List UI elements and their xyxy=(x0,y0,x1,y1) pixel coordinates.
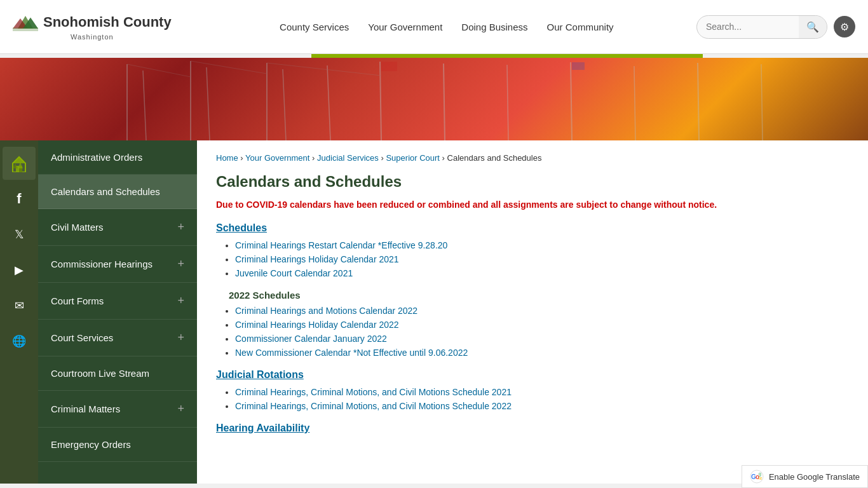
youtube-icon: ▶ xyxy=(15,263,24,277)
logo-sub: Washington xyxy=(71,33,114,41)
svg-line-7 xyxy=(207,67,210,140)
schedule-2022-link-3[interactable]: Commissioner Calendar January 2022 xyxy=(235,334,387,344)
sidebar-item-civil-matters[interactable]: Civil Matters + xyxy=(38,209,197,246)
list-item: Criminal Hearings, Criminal Motions, and… xyxy=(235,387,849,397)
list-item: Criminal Hearings Restart Calendar *Effe… xyxy=(235,240,849,250)
sidebar-item-criminal-matters[interactable]: Criminal Matters + xyxy=(38,391,197,428)
nav-county-services[interactable]: County Services xyxy=(280,22,349,32)
logo-area: Snohomish County Washington xyxy=(13,13,172,41)
schedules-2022-list: Criminal Hearings and Motions Calendar 2… xyxy=(216,306,849,358)
svg-line-10 xyxy=(327,65,330,140)
hero-banner xyxy=(0,58,868,140)
schedule-2022-link-1[interactable]: Criminal Hearings and Motions Calendar 2… xyxy=(235,306,417,316)
svg-marker-24 xyxy=(13,157,25,163)
hearing-availability-heading[interactable]: Hearing Availability xyxy=(216,423,849,434)
rotation-link-2[interactable]: Criminal Hearings, Criminal Motions, and… xyxy=(235,401,512,411)
globe-icon: 🌐 xyxy=(12,334,26,348)
svg-rect-3 xyxy=(13,27,38,31)
list-item: Criminal Hearings, Criminal Motions, and… xyxy=(235,401,849,411)
left-nav: Administrative Orders Calendars and Sche… xyxy=(38,140,197,484)
email-button[interactable]: ✉ xyxy=(3,289,36,322)
sidebar-item-calendars-schedules[interactable]: Calendars and Schedules xyxy=(38,175,197,209)
content-area: Home › Your Government › Judicial Servic… xyxy=(197,140,868,484)
search-input[interactable] xyxy=(697,17,799,37)
svg-line-11 xyxy=(380,62,381,140)
list-item: Criminal Hearings Holiday Calendar 2022 xyxy=(235,320,849,330)
nav-your-government[interactable]: Your Government xyxy=(368,22,442,32)
criminal-matters-expand-icon: + xyxy=(177,402,184,416)
list-item: New Commissioner Calendar *Not Effective… xyxy=(235,348,849,358)
judicial-rotations-heading[interactable]: Judicial Rotations xyxy=(216,369,849,381)
schedule-link-1[interactable]: Criminal Hearings Restart Calendar *Effe… xyxy=(235,240,447,250)
logo-name: Snohomish County xyxy=(43,14,172,30)
court-forms-expand-icon: + xyxy=(177,294,184,308)
schedules-list: Criminal Hearings Restart Calendar *Effe… xyxy=(216,240,849,278)
svg-line-15 xyxy=(634,66,635,140)
breadcrumb-home[interactable]: Home xyxy=(216,153,238,163)
sidebar-item-emergency-orders[interactable]: Emergency Orders xyxy=(38,428,197,462)
svg-line-20 xyxy=(127,64,191,77)
breadcrumb-superior-court[interactable]: Superior Court xyxy=(386,153,440,163)
svg-line-14 xyxy=(571,62,572,140)
page-title: Calendars and Schedules xyxy=(216,173,849,191)
gear-icon: ⚙ xyxy=(840,21,849,33)
sidebar-item-administrative-orders[interactable]: Administrative Orders xyxy=(38,140,197,175)
globe-button[interactable]: 🌐 xyxy=(3,325,36,358)
google-translate-bar[interactable]: G o g le Enable Google Translate xyxy=(742,465,868,484)
sidebar-item-courtroom-live-stream[interactable]: Courtroom Live Stream xyxy=(38,356,197,391)
nav-underline xyxy=(311,54,703,58)
header: Snohomish County Washington County Servi… xyxy=(0,0,868,54)
svg-line-22 xyxy=(267,63,381,76)
svg-line-16 xyxy=(698,63,699,140)
google-translate-icon: G o g le xyxy=(750,470,764,484)
facebook-icon: f xyxy=(17,191,21,207)
commissioner-hearings-expand-icon: + xyxy=(177,257,184,271)
svg-line-13 xyxy=(507,65,508,140)
breadcrumb-your-government[interactable]: Your Government xyxy=(245,153,309,163)
google-translate-label: Enable Google Translate xyxy=(769,472,860,482)
breadcrumb: Home › Your Government › Judicial Servic… xyxy=(216,153,849,163)
hero-decoration xyxy=(0,58,868,140)
facebook-button[interactable]: f xyxy=(3,182,36,215)
main-nav: County Services Your Government Doing Bu… xyxy=(197,22,696,32)
breadcrumb-judicial-services[interactable]: Judicial Services xyxy=(317,153,379,163)
svg-line-9 xyxy=(283,69,286,140)
social-home-button[interactable] xyxy=(3,147,36,180)
list-item: Criminal Hearings and Motions Calendar 2… xyxy=(235,306,849,316)
search-area: 🔍 ⚙ xyxy=(696,15,855,39)
schedule-2022-link-2[interactable]: Criminal Hearings Holiday Calendar 2022 xyxy=(235,320,399,330)
youtube-button[interactable]: ▶ xyxy=(3,254,36,287)
svg-line-17 xyxy=(761,64,763,140)
schedule-link-2[interactable]: Criminal Hearings Holiday Calendar 2021 xyxy=(235,254,399,264)
nav-doing-business[interactable]: Doing Business xyxy=(461,22,527,32)
twitter-button[interactable]: 𝕏 xyxy=(3,218,36,251)
sidebar-item-court-forms[interactable]: Court Forms + xyxy=(38,283,197,320)
schedule-2022-link-4[interactable]: New Commissioner Calendar *Not Effective… xyxy=(235,348,468,358)
svg-rect-19 xyxy=(572,62,585,70)
covid-notice: Due to COVID-19 calendars have been redu… xyxy=(216,200,849,210)
schedules-heading[interactable]: Schedules xyxy=(216,222,849,234)
logo: Snohomish County xyxy=(13,13,172,32)
rotation-link-1[interactable]: Criminal Hearings, Criminal Motions, and… xyxy=(235,387,512,397)
email-icon: ✉ xyxy=(15,299,24,313)
sidebar-item-court-services[interactable]: Court Services + xyxy=(38,320,197,356)
judicial-rotations-list: Criminal Hearings, Criminal Motions, and… xyxy=(216,387,849,411)
schedules-2022-heading: 2022 Schedules xyxy=(229,290,849,301)
list-item: Juvenile Court Calendar 2021 xyxy=(235,268,849,278)
list-item: Criminal Hearings Holiday Calendar 2021 xyxy=(235,254,849,264)
sidebar-item-commissioner-hearings[interactable]: Commissioner Hearings + xyxy=(38,246,197,283)
search-box: 🔍 xyxy=(696,15,827,39)
logo-mountain-icon xyxy=(13,13,38,32)
nav-our-community[interactable]: Our Community xyxy=(547,22,614,32)
breadcrumb-current: Calendars and Schedules xyxy=(447,153,542,163)
settings-button[interactable]: ⚙ xyxy=(834,16,855,37)
twitter-icon: 𝕏 xyxy=(15,227,24,241)
main-layout: f 𝕏 ▶ ✉ 🌐 Administrative Orders Calendar… xyxy=(0,140,868,484)
list-item: Commissioner Calendar January 2022 xyxy=(235,334,849,344)
civil-matters-expand-icon: + xyxy=(177,220,184,234)
home-icon xyxy=(10,154,28,172)
schedule-link-3[interactable]: Juvenile Court Calendar 2021 xyxy=(235,268,353,278)
svg-line-21 xyxy=(191,61,267,74)
svg-rect-18 xyxy=(381,62,397,71)
search-button[interactable]: 🔍 xyxy=(799,16,827,38)
